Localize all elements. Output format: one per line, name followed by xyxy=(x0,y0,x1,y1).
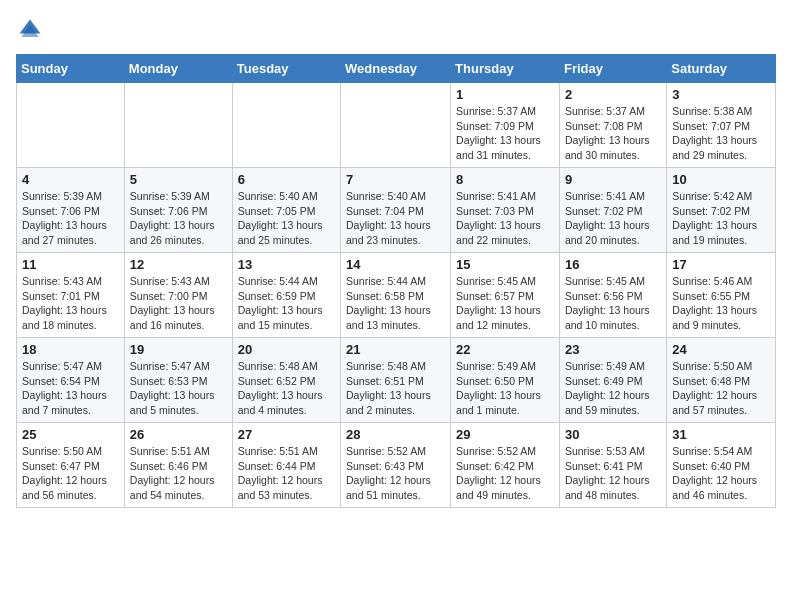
day-info: Sunrise: 5:47 AM Sunset: 6:53 PM Dayligh… xyxy=(130,359,227,418)
calendar-cell: 27Sunrise: 5:51 AM Sunset: 6:44 PM Dayli… xyxy=(232,423,340,508)
calendar-cell: 2Sunrise: 5:37 AM Sunset: 7:08 PM Daylig… xyxy=(559,83,666,168)
day-number: 1 xyxy=(456,87,554,102)
day-number: 11 xyxy=(22,257,119,272)
day-number: 8 xyxy=(456,172,554,187)
day-info: Sunrise: 5:38 AM Sunset: 7:07 PM Dayligh… xyxy=(672,104,770,163)
day-info: Sunrise: 5:54 AM Sunset: 6:40 PM Dayligh… xyxy=(672,444,770,503)
day-info: Sunrise: 5:52 AM Sunset: 6:42 PM Dayligh… xyxy=(456,444,554,503)
calendar-cell: 23Sunrise: 5:49 AM Sunset: 6:49 PM Dayli… xyxy=(559,338,666,423)
page-header xyxy=(16,16,776,44)
calendar-cell: 4Sunrise: 5:39 AM Sunset: 7:06 PM Daylig… xyxy=(17,168,125,253)
calendar-cell: 16Sunrise: 5:45 AM Sunset: 6:56 PM Dayli… xyxy=(559,253,666,338)
calendar-cell: 25Sunrise: 5:50 AM Sunset: 6:47 PM Dayli… xyxy=(17,423,125,508)
day-info: Sunrise: 5:41 AM Sunset: 7:02 PM Dayligh… xyxy=(565,189,661,248)
calendar-cell: 6Sunrise: 5:40 AM Sunset: 7:05 PM Daylig… xyxy=(232,168,340,253)
day-of-week-header: Saturday xyxy=(667,55,776,83)
day-info: Sunrise: 5:37 AM Sunset: 7:08 PM Dayligh… xyxy=(565,104,661,163)
calendar-cell: 28Sunrise: 5:52 AM Sunset: 6:43 PM Dayli… xyxy=(341,423,451,508)
day-number: 31 xyxy=(672,427,770,442)
day-number: 24 xyxy=(672,342,770,357)
day-of-week-header: Friday xyxy=(559,55,666,83)
day-number: 16 xyxy=(565,257,661,272)
calendar-cell: 7Sunrise: 5:40 AM Sunset: 7:04 PM Daylig… xyxy=(341,168,451,253)
day-info: Sunrise: 5:39 AM Sunset: 7:06 PM Dayligh… xyxy=(22,189,119,248)
day-number: 21 xyxy=(346,342,445,357)
day-number: 30 xyxy=(565,427,661,442)
day-number: 9 xyxy=(565,172,661,187)
calendar-week-row: 11Sunrise: 5:43 AM Sunset: 7:01 PM Dayli… xyxy=(17,253,776,338)
calendar-cell: 22Sunrise: 5:49 AM Sunset: 6:50 PM Dayli… xyxy=(451,338,560,423)
day-number: 15 xyxy=(456,257,554,272)
calendar-cell: 11Sunrise: 5:43 AM Sunset: 7:01 PM Dayli… xyxy=(17,253,125,338)
calendar-cell: 15Sunrise: 5:45 AM Sunset: 6:57 PM Dayli… xyxy=(451,253,560,338)
day-number: 19 xyxy=(130,342,227,357)
calendar-week-row: 4Sunrise: 5:39 AM Sunset: 7:06 PM Daylig… xyxy=(17,168,776,253)
day-of-week-header: Wednesday xyxy=(341,55,451,83)
day-number: 17 xyxy=(672,257,770,272)
day-info: Sunrise: 5:45 AM Sunset: 6:57 PM Dayligh… xyxy=(456,274,554,333)
calendar-header-row: SundayMondayTuesdayWednesdayThursdayFrid… xyxy=(17,55,776,83)
calendar-cell xyxy=(341,83,451,168)
day-number: 4 xyxy=(22,172,119,187)
calendar-cell: 5Sunrise: 5:39 AM Sunset: 7:06 PM Daylig… xyxy=(124,168,232,253)
day-info: Sunrise: 5:45 AM Sunset: 6:56 PM Dayligh… xyxy=(565,274,661,333)
calendar-week-row: 18Sunrise: 5:47 AM Sunset: 6:54 PM Dayli… xyxy=(17,338,776,423)
day-number: 5 xyxy=(130,172,227,187)
day-number: 27 xyxy=(238,427,335,442)
day-info: Sunrise: 5:43 AM Sunset: 7:00 PM Dayligh… xyxy=(130,274,227,333)
day-number: 20 xyxy=(238,342,335,357)
day-info: Sunrise: 5:50 AM Sunset: 6:47 PM Dayligh… xyxy=(22,444,119,503)
day-of-week-header: Monday xyxy=(124,55,232,83)
day-number: 10 xyxy=(672,172,770,187)
day-info: Sunrise: 5:44 AM Sunset: 6:58 PM Dayligh… xyxy=(346,274,445,333)
calendar-cell xyxy=(124,83,232,168)
calendar-cell: 18Sunrise: 5:47 AM Sunset: 6:54 PM Dayli… xyxy=(17,338,125,423)
day-info: Sunrise: 5:49 AM Sunset: 6:49 PM Dayligh… xyxy=(565,359,661,418)
calendar-cell: 12Sunrise: 5:43 AM Sunset: 7:00 PM Dayli… xyxy=(124,253,232,338)
calendar-cell: 30Sunrise: 5:53 AM Sunset: 6:41 PM Dayli… xyxy=(559,423,666,508)
calendar-table: SundayMondayTuesdayWednesdayThursdayFrid… xyxy=(16,54,776,508)
day-number: 14 xyxy=(346,257,445,272)
day-number: 23 xyxy=(565,342,661,357)
day-info: Sunrise: 5:44 AM Sunset: 6:59 PM Dayligh… xyxy=(238,274,335,333)
calendar-cell xyxy=(17,83,125,168)
calendar-cell: 8Sunrise: 5:41 AM Sunset: 7:03 PM Daylig… xyxy=(451,168,560,253)
calendar-cell: 10Sunrise: 5:42 AM Sunset: 7:02 PM Dayli… xyxy=(667,168,776,253)
day-info: Sunrise: 5:51 AM Sunset: 6:46 PM Dayligh… xyxy=(130,444,227,503)
day-info: Sunrise: 5:40 AM Sunset: 7:05 PM Dayligh… xyxy=(238,189,335,248)
calendar-week-row: 1Sunrise: 5:37 AM Sunset: 7:09 PM Daylig… xyxy=(17,83,776,168)
calendar-cell: 29Sunrise: 5:52 AM Sunset: 6:42 PM Dayli… xyxy=(451,423,560,508)
day-info: Sunrise: 5:49 AM Sunset: 6:50 PM Dayligh… xyxy=(456,359,554,418)
day-number: 25 xyxy=(22,427,119,442)
calendar-cell: 24Sunrise: 5:50 AM Sunset: 6:48 PM Dayli… xyxy=(667,338,776,423)
calendar-cell: 20Sunrise: 5:48 AM Sunset: 6:52 PM Dayli… xyxy=(232,338,340,423)
day-of-week-header: Tuesday xyxy=(232,55,340,83)
day-number: 12 xyxy=(130,257,227,272)
day-info: Sunrise: 5:48 AM Sunset: 6:52 PM Dayligh… xyxy=(238,359,335,418)
day-info: Sunrise: 5:47 AM Sunset: 6:54 PM Dayligh… xyxy=(22,359,119,418)
logo-icon xyxy=(16,16,44,44)
day-info: Sunrise: 5:37 AM Sunset: 7:09 PM Dayligh… xyxy=(456,104,554,163)
day-number: 29 xyxy=(456,427,554,442)
logo xyxy=(16,16,48,44)
day-info: Sunrise: 5:53 AM Sunset: 6:41 PM Dayligh… xyxy=(565,444,661,503)
day-number: 26 xyxy=(130,427,227,442)
calendar-week-row: 25Sunrise: 5:50 AM Sunset: 6:47 PM Dayli… xyxy=(17,423,776,508)
day-info: Sunrise: 5:40 AM Sunset: 7:04 PM Dayligh… xyxy=(346,189,445,248)
day-info: Sunrise: 5:39 AM Sunset: 7:06 PM Dayligh… xyxy=(130,189,227,248)
day-number: 6 xyxy=(238,172,335,187)
day-of-week-header: Sunday xyxy=(17,55,125,83)
day-info: Sunrise: 5:43 AM Sunset: 7:01 PM Dayligh… xyxy=(22,274,119,333)
calendar-cell: 3Sunrise: 5:38 AM Sunset: 7:07 PM Daylig… xyxy=(667,83,776,168)
calendar-cell: 21Sunrise: 5:48 AM Sunset: 6:51 PM Dayli… xyxy=(341,338,451,423)
day-number: 28 xyxy=(346,427,445,442)
day-info: Sunrise: 5:48 AM Sunset: 6:51 PM Dayligh… xyxy=(346,359,445,418)
calendar-cell: 26Sunrise: 5:51 AM Sunset: 6:46 PM Dayli… xyxy=(124,423,232,508)
day-info: Sunrise: 5:50 AM Sunset: 6:48 PM Dayligh… xyxy=(672,359,770,418)
day-number: 13 xyxy=(238,257,335,272)
calendar-cell: 19Sunrise: 5:47 AM Sunset: 6:53 PM Dayli… xyxy=(124,338,232,423)
day-number: 3 xyxy=(672,87,770,102)
day-number: 2 xyxy=(565,87,661,102)
day-info: Sunrise: 5:51 AM Sunset: 6:44 PM Dayligh… xyxy=(238,444,335,503)
calendar-cell: 17Sunrise: 5:46 AM Sunset: 6:55 PM Dayli… xyxy=(667,253,776,338)
